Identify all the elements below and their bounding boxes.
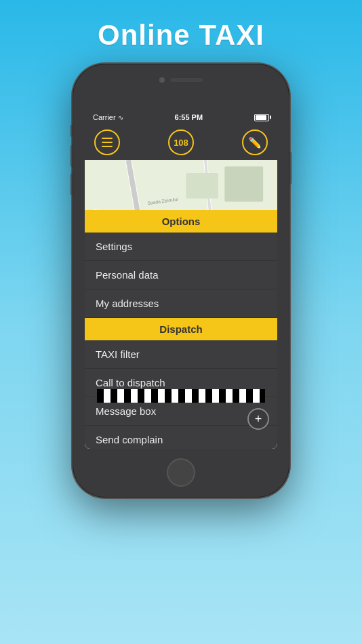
badge-count[interactable]: 108: [168, 129, 194, 155]
page-title: Online TAXI: [98, 19, 264, 52]
volume-up-button[interactable]: [71, 145, 73, 167]
map-area: Strada Zizinului Strada Ba... Strada Tom…: [85, 160, 277, 449]
phone-top-detail: [159, 77, 203, 83]
section-header-options: Options: [85, 210, 277, 233]
power-button[interactable]: [289, 152, 291, 184]
svg-rect-10: [224, 166, 263, 201]
status-bar: Carrier ∿ 6:55 PM: [85, 110, 277, 125]
battery-indicator: [254, 114, 269, 121]
phone-mockup: Carrier ∿ 6:55 PM 108: [73, 64, 289, 498]
menu-item-my-addresses[interactable]: My addresses: [85, 289, 277, 318]
phone-shell: Carrier ∿ 6:55 PM 108: [73, 64, 289, 498]
checkered-bar: [97, 389, 265, 403]
menu-item-send-complain[interactable]: Send complain: [85, 426, 277, 449]
top-bar: 108 ✏️: [85, 125, 277, 160]
battery-fill: [256, 115, 266, 120]
wifi-icon: ∿: [118, 114, 123, 121]
hamburger-button[interactable]: [94, 129, 120, 155]
mute-switch: [71, 125, 73, 137]
section-header-dispatch: Dispatch: [85, 318, 277, 340]
menu-item-personal-data[interactable]: Personal data: [85, 261, 277, 289]
carrier-label: Carrier ∿: [93, 113, 123, 121]
map-zoom-button[interactable]: +: [247, 408, 269, 430]
svg-rect-9: [186, 173, 218, 199]
battery-icon: [254, 114, 269, 121]
pencil-icon: ✏️: [248, 136, 262, 149]
camera-dot: [159, 77, 165, 83]
menu-item-settings[interactable]: Settings: [85, 233, 277, 261]
speaker-bar: [170, 78, 203, 82]
status-time: 6:55 PM: [175, 113, 203, 121]
hamburger-icon: [102, 138, 113, 147]
home-button[interactable]: [167, 458, 195, 487]
menu-item-taxi-filter[interactable]: TAXI filter: [85, 340, 277, 369]
edit-button[interactable]: ✏️: [242, 129, 268, 155]
phone-screen: Carrier ∿ 6:55 PM 108: [85, 110, 277, 449]
volume-down-button[interactable]: [71, 174, 73, 195]
